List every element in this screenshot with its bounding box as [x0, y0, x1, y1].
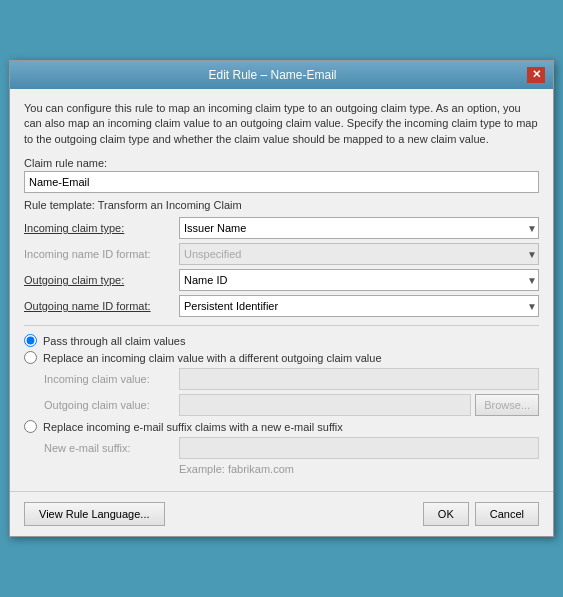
incoming-claim-value-label: Incoming claim value: [44, 373, 179, 385]
replace-claim-row: Replace an incoming claim value with a d… [24, 351, 539, 364]
outgoing-claim-value-input[interactable] [179, 394, 471, 416]
replace-email-radio[interactable] [24, 420, 37, 433]
edit-rule-dialog: Edit Rule – Name-Email ✕ You can configu… [9, 60, 554, 537]
pass-through-radio[interactable] [24, 334, 37, 347]
replace-claim-label: Replace an incoming claim value with a d… [43, 352, 382, 364]
outgoing-claim-type-select[interactable]: Name ID [179, 269, 539, 291]
incoming-claim-type-select[interactable]: Issuer Name [179, 217, 539, 239]
outgoing-claim-type-label: Outgoing claim type: [24, 274, 179, 286]
incoming-name-id-format-label: Incoming name ID format: [24, 248, 179, 260]
description-text: You can configure this rule to map an in… [24, 101, 539, 147]
dialog-content: You can configure this rule to map an in… [10, 89, 553, 491]
pass-through-row: Pass through all claim values [24, 334, 539, 347]
rule-template-label: Rule template: Transform an Incoming Cla… [24, 199, 539, 211]
incoming-name-id-format-wrapper: Unspecified ▼ [179, 243, 539, 265]
example-text: Example: fabrikam.com [44, 463, 539, 475]
incoming-claim-type-row: Incoming claim type: Issuer Name ▼ [24, 217, 539, 239]
outgoing-claim-type-wrapper: Name ID ▼ [179, 269, 539, 291]
outgoing-name-id-format-row: Outgoing name ID format: Persistent Iden… [24, 295, 539, 317]
incoming-claim-type-label: Incoming claim type: [24, 222, 179, 234]
replace-email-sub-fields: New e-mail suffix: Example: fabrikam.com [24, 437, 539, 475]
replace-claim-sub-fields: Incoming claim value: Outgoing claim val… [24, 368, 539, 416]
new-email-suffix-row: New e-mail suffix: [44, 437, 539, 459]
outgoing-name-id-format-select[interactable]: Persistent Identifier [179, 295, 539, 317]
cancel-button[interactable]: Cancel [475, 502, 539, 526]
dialog-title: Edit Rule – Name-Email [18, 68, 527, 82]
dialog-footer: View Rule Language... OK Cancel [10, 491, 553, 536]
footer-right-buttons: OK Cancel [423, 502, 539, 526]
new-email-suffix-label: New e-mail suffix: [44, 442, 179, 454]
close-button[interactable]: ✕ [527, 67, 545, 83]
outgoing-claim-type-row: Outgoing claim type: Name ID ▼ [24, 269, 539, 291]
replace-email-label: Replace incoming e-mail suffix claims wi… [43, 421, 343, 433]
outgoing-claim-value-row: Outgoing claim value: Browse... [44, 394, 539, 416]
view-rule-language-button[interactable]: View Rule Language... [24, 502, 165, 526]
claim-rule-name-label: Claim rule name: [24, 157, 539, 169]
incoming-name-id-format-select[interactable]: Unspecified [179, 243, 539, 265]
replace-email-row: Replace incoming e-mail suffix claims wi… [24, 420, 539, 433]
incoming-claim-value-row: Incoming claim value: [44, 368, 539, 390]
claim-rule-name-input[interactable] [24, 171, 539, 193]
incoming-claim-type-wrapper: Issuer Name ▼ [179, 217, 539, 239]
ok-button[interactable]: OK [423, 502, 469, 526]
pass-through-label: Pass through all claim values [43, 335, 185, 347]
incoming-claim-value-input[interactable] [179, 368, 539, 390]
outgoing-claim-value-label: Outgoing claim value: [44, 399, 179, 411]
outgoing-name-id-format-label: Outgoing name ID format: [24, 300, 179, 312]
incoming-name-id-format-row: Incoming name ID format: Unspecified ▼ [24, 243, 539, 265]
title-bar: Edit Rule – Name-Email ✕ [10, 61, 553, 89]
outgoing-name-id-format-wrapper: Persistent Identifier ▼ [179, 295, 539, 317]
browse-button[interactable]: Browse... [475, 394, 539, 416]
claim-rule-name-group: Claim rule name: [24, 157, 539, 193]
new-email-suffix-input[interactable] [179, 437, 539, 459]
replace-claim-radio[interactable] [24, 351, 37, 364]
